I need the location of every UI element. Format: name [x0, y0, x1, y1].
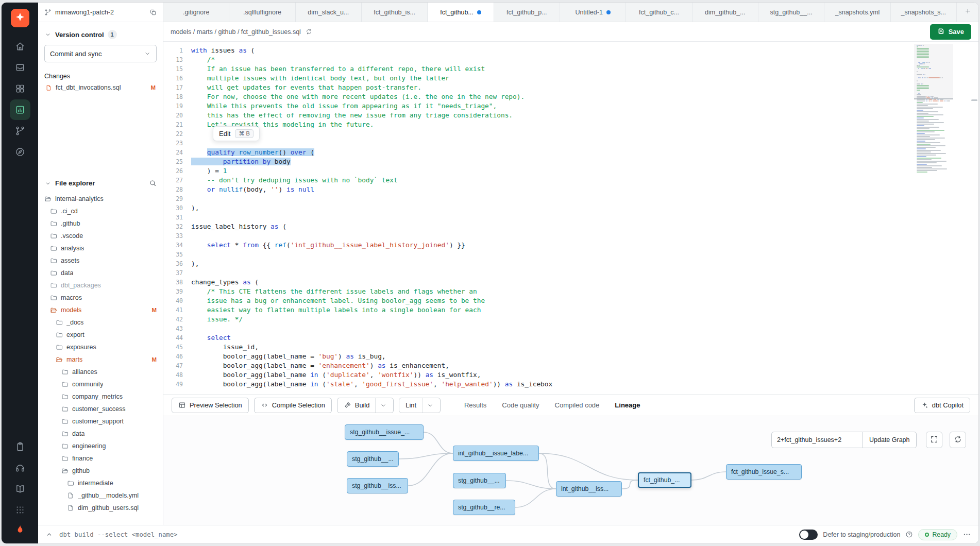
code-editor[interactable]: 1with issues as (13 /*15 If an issue has…	[163, 42, 978, 394]
lineage-node[interactable]: fct_github_issue_s...	[726, 464, 802, 480]
expand-command-bar-button[interactable]	[45, 531, 53, 538]
code-line[interactable]: 20 this has the effect of removing the n…	[163, 111, 978, 120]
file-tree-item[interactable]: internal-analytics	[38, 193, 163, 205]
editor-tab[interactable]: fct_github_c...	[626, 3, 692, 22]
flame-logo[interactable]	[14, 524, 26, 537]
lineage-node[interactable]: stg_github__...	[347, 451, 399, 467]
fullscreen-button[interactable]	[926, 432, 942, 448]
file-tree-item[interactable]: exposures	[38, 341, 163, 353]
file-tree-item[interactable]: _docs	[38, 316, 163, 329]
chevron-down-icon[interactable]	[375, 398, 387, 413]
code-line[interactable]: 37	[163, 268, 978, 278]
changed-file-item[interactable]: fct_dbt_invocations.sqlM	[38, 82, 163, 93]
code-line[interactable]: 27 -- don't try deduping issues with no …	[163, 176, 978, 185]
rail-headset-button[interactable]	[10, 457, 30, 478]
lineage-node[interactable]: int_github__issue_labe...	[453, 446, 539, 461]
lineage-node[interactable]: stg_github__...	[453, 473, 506, 488]
dbt-logo[interactable]	[11, 9, 29, 27]
lineage-selector-input[interactable]	[771, 432, 863, 448]
code-line[interactable]: 22	[163, 129, 978, 139]
code-line[interactable]: 25 partition by body	[163, 157, 978, 166]
help-icon[interactable]	[905, 531, 913, 538]
code-line[interactable]: 40 issue has a bug or enhancement label.…	[163, 296, 978, 305]
lineage-node[interactable]: stg_github__iss...	[347, 478, 408, 493]
code-line[interactable]: 26 ) = 1	[163, 166, 978, 176]
version-control-header[interactable]: Version control 1	[38, 25, 163, 44]
code-line[interactable]: 34 select * from {{ ref('int_github__iss…	[163, 241, 978, 250]
file-tree-item[interactable]: data	[38, 267, 163, 279]
file-tree-item[interactable]: company_metrics	[38, 390, 163, 403]
code-line[interactable]: 47 boolor_agg(label_name = 'enhancement'…	[163, 361, 978, 370]
editor-tab[interactable]: fct_github_is...	[362, 3, 428, 22]
code-line[interactable]: 31	[163, 213, 978, 222]
panel-tab-compiled-code[interactable]: Compiled code	[555, 395, 600, 416]
command-input[interactable]: dbt build --select <model_name>	[59, 531, 178, 538]
build-button[interactable]: Build	[337, 398, 394, 413]
lineage-node[interactable]: fct_github_...	[638, 472, 691, 488]
code-line[interactable]: 32issue_label_history as (	[163, 222, 978, 231]
code-line[interactable]: 15 If an issue has been transferred to a…	[163, 64, 978, 74]
file-tree-item[interactable]: martsM	[38, 353, 163, 366]
compile-selection-button[interactable]: Compile Selection	[254, 398, 332, 413]
file-tree-item[interactable]: finance	[38, 452, 163, 465]
file-tree-item[interactable]: .vscode	[38, 230, 163, 242]
file-tree-item[interactable]: intermediate	[38, 477, 163, 489]
file-tree-item[interactable]: alliances	[38, 366, 163, 378]
minimap-viewport[interactable]	[914, 44, 953, 99]
file-tree-item[interactable]: .ci_cd	[38, 205, 163, 217]
file-tree-item[interactable]: _github__models.yml	[38, 489, 163, 502]
file-diff-icon[interactable]	[306, 28, 312, 35]
code-line[interactable]: 45 issue_id,	[163, 343, 978, 352]
lint-button[interactable]: Lint	[399, 398, 441, 413]
code-line[interactable]: 49 boolor_agg(label_name in ('stale', 'g…	[163, 380, 978, 389]
lineage-node[interactable]: stg_github__issue_...	[345, 424, 424, 440]
editor-tab[interactable]: stg_github__...	[758, 3, 824, 22]
file-tree-item[interactable]: data	[38, 428, 163, 440]
code-line[interactable]: 41 easiest way to flatten multiple label…	[163, 305, 978, 315]
file-tree-item[interactable]: .github	[38, 217, 163, 230]
file-tree-item[interactable]: export	[38, 329, 163, 341]
rail-branch-button[interactable]	[10, 121, 30, 141]
panel-tab-results[interactable]: Results	[464, 395, 486, 416]
panel-tab-code-quality[interactable]: Code quality	[502, 395, 539, 416]
file-tree-item[interactable]: customer_support	[38, 415, 163, 428]
rail-book-button[interactable]	[10, 479, 30, 499]
lineage-node[interactable]: int_github__iss...	[556, 481, 622, 497]
new-tab-button[interactable]	[957, 3, 978, 22]
code-line[interactable]: 48 boolor_agg(label_name in ('duplicate'…	[163, 370, 978, 380]
overflow-menu-button[interactable]	[962, 530, 971, 539]
code-line[interactable]: 16 multiple issues with identical body t…	[163, 74, 978, 83]
rail-inbox-button[interactable]	[10, 57, 30, 78]
update-graph-button[interactable]: Update Graph	[863, 432, 917, 448]
editor-tab[interactable]: Untitled-1	[560, 3, 626, 22]
copy-branch-button[interactable]	[149, 9, 157, 16]
file-tree-item[interactable]: dim_github_users.sql	[38, 502, 163, 514]
file-tree-item[interactable]: customer_success	[38, 403, 163, 415]
rail-compass-button[interactable]	[10, 142, 30, 162]
code-line[interactable]: 13 /*	[163, 55, 978, 64]
code-line[interactable]: 44 select	[163, 333, 978, 343]
edit-tooltip[interactable]: Edit ⌘ B	[213, 126, 260, 141]
code-line[interactable]: 28 or nullif(body, '') is null	[163, 185, 978, 194]
rail-grid-button[interactable]	[10, 78, 30, 99]
code-line[interactable]: 33	[163, 231, 978, 241]
code-line[interactable]: 24 qualify row_number() over (	[163, 148, 978, 157]
refresh-graph-button[interactable]	[950, 432, 966, 448]
rail-apps-button[interactable]	[10, 500, 30, 520]
rail-clipboard-button[interactable]	[10, 436, 30, 457]
editor-tab[interactable]: _snapshots.yml	[824, 3, 890, 22]
file-tree-item[interactable]: analysis	[38, 242, 163, 254]
code-line[interactable]: 46 boolor_agg(label_name = 'bug') as is_…	[163, 352, 978, 361]
code-line[interactable]: 35	[163, 250, 978, 259]
editor-tab[interactable]: fct_github_p...	[494, 3, 560, 22]
code-line[interactable]: 23	[163, 139, 978, 148]
file-tree-item[interactable]: assets	[38, 254, 163, 267]
code-line[interactable]: 29	[163, 194, 978, 203]
code-line[interactable]: 30),	[163, 203, 978, 213]
file-tree-item[interactable]: dbt_packages	[38, 279, 163, 292]
code-line[interactable]: 36),	[163, 259, 978, 268]
code-line[interactable]: 1with issues as (	[163, 46, 978, 55]
file-tree-item[interactable]: github	[38, 465, 163, 477]
editor-tab[interactable]: dim_slack_u...	[296, 3, 362, 22]
editor-tab[interactable]: _snapshots_s...	[891, 3, 957, 22]
